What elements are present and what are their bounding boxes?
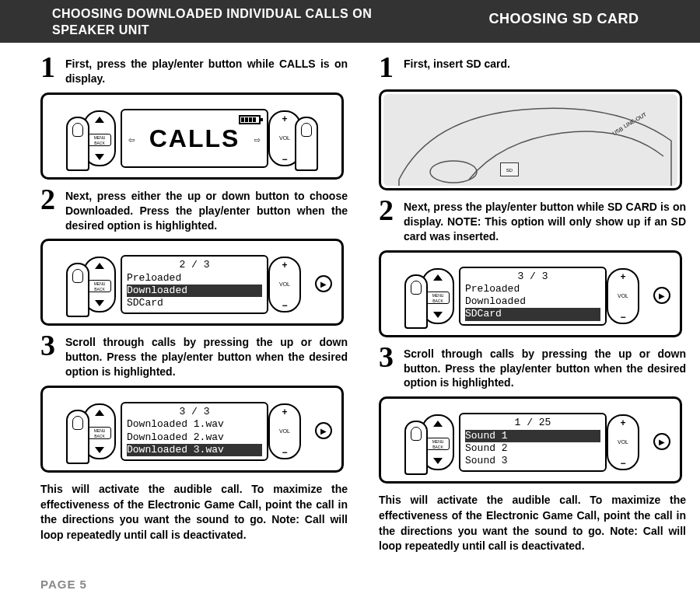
step-number: 1 — [379, 52, 394, 82]
right-knob: + VOL − — [607, 414, 639, 470]
battery-icon — [239, 115, 261, 124]
minus-icon: − — [270, 447, 299, 458]
lcd-screen: 1 / 25 Sound 1 Sound 2 Sound 3 — [459, 413, 607, 472]
menu-row-highlighted: Downloaded — [127, 285, 262, 297]
figure-menu-downloaded: MENU BACK + VOL − ▶ 2 / 3 Preloaded Down… — [40, 239, 344, 326]
step-number: 3 — [40, 330, 55, 360]
header-bar: CHOOSING DOWNLOADED INDIVIDUAL CALLS ON … — [0, 0, 700, 43]
thumb-right — [295, 117, 318, 171]
thumb-left — [66, 410, 89, 464]
menu-row: SDCard — [127, 297, 262, 309]
up-icon — [95, 117, 104, 123]
menu-row: Downloaded 1.wav — [127, 418, 262, 431]
thumb-left — [66, 263, 89, 317]
figure-calls: MENU BACK + VOL − ⇦ ⇨ CALLS — [40, 93, 344, 180]
arrow-right-icon: ⇨ — [254, 134, 261, 148]
right-step-3: 3 Scroll through calls by pressing the u… — [379, 347, 686, 554]
column-right: 1 First, insert SD card. USB LINE-OUT SD — [379, 57, 686, 560]
figure-menu-sdcard: MENU BACK + VOL − ▶ 3 / 3 Preloaded Down… — [379, 250, 682, 337]
counter: 1 / 25 — [465, 417, 600, 429]
up-icon — [95, 263, 104, 269]
column-left: 1 First, press the play/enter button whi… — [40, 57, 348, 560]
menu-back-button: MENU BACK — [88, 427, 111, 439]
vol-label: VOL — [608, 293, 638, 299]
menu-row: Preloaded — [127, 272, 262, 285]
lcd-screen: 2 / 3 Preloaded Downloaded SDCard — [121, 255, 268, 314]
plus-icon: + — [270, 407, 299, 417]
menu-row-highlighted: Sound 1 — [465, 430, 600, 442]
down-icon — [95, 447, 104, 453]
menu-row: Preloaded — [465, 283, 600, 295]
minus-icon: − — [608, 312, 638, 323]
left-step-1: 1 First, press the play/enter button whi… — [40, 57, 348, 180]
thumb-left — [404, 421, 428, 475]
vol-label: VOL — [270, 281, 299, 287]
down-icon — [95, 300, 104, 306]
down-icon — [433, 312, 443, 318]
thumb-left — [66, 117, 89, 171]
menu-back-button: MENU BACK — [426, 292, 450, 304]
counter: 2 / 3 — [127, 259, 262, 271]
device-outline-icon — [383, 94, 677, 186]
menu-row: Downloaded 2.wav — [127, 431, 262, 444]
menu-back-button: MENU BACK — [88, 280, 111, 292]
figure-sd-insert: USB LINE-OUT SD — [379, 89, 682, 190]
device-body: USB LINE-OUT SD — [383, 94, 677, 186]
step-number: 2 — [40, 184, 55, 214]
step-number: 3 — [379, 342, 394, 372]
up-icon — [433, 421, 443, 427]
figure-files: MENU BACK + VOL − ▶ 3 / 3 Downloaded 1.w… — [40, 386, 344, 473]
right-step-1: 1 First, insert SD card. USB LINE-OUT SD — [379, 57, 686, 190]
figure-sounds: MENU BACK + VOL − ▶ 1 / 25 Sound 1 Sound… — [379, 396, 682, 484]
right-step-2: 2 Next, press the play/enter button whil… — [379, 200, 686, 337]
lcd-screen: 3 / 3 Downloaded 1.wav Downloaded 2.wav … — [121, 402, 268, 461]
arrow-left-icon: ⇦ — [128, 134, 135, 148]
menu-back-button: MENU BACK — [88, 134, 111, 146]
play-icon: ▶ — [653, 433, 670, 450]
lcd-screen: ⇦ ⇨ CALLS — [121, 109, 268, 168]
menu-row-highlighted: Downloaded 3.wav — [127, 444, 262, 456]
vol-label: VOL — [608, 439, 638, 445]
down-icon — [95, 154, 104, 160]
step-text: First, insert SD card. — [404, 58, 510, 70]
play-icon: ▶ — [315, 275, 332, 292]
menu-row: Sound 3 — [465, 455, 600, 467]
right-knob: + VOL − — [268, 403, 301, 459]
menu-row-highlighted: SDCard — [465, 308, 600, 320]
counter: 3 / 3 — [465, 271, 600, 283]
thumb-left — [404, 274, 428, 329]
up-icon — [433, 274, 443, 281]
plus-icon: + — [608, 271, 638, 282]
menu-back-button: MENU BACK — [426, 438, 450, 450]
step-number: 2 — [379, 195, 394, 225]
header-title-right: CHOOSING SD CARD — [428, 0, 700, 43]
up-icon — [95, 410, 104, 416]
menu-row: Sound 2 — [465, 442, 600, 455]
content: 1 First, press the play/enter button whi… — [0, 43, 700, 560]
menu-row: Downloaded — [465, 295, 600, 308]
header-spacer — [0, 0, 52, 43]
header-title-left: CHOOSING DOWNLOADED INDIVIDUAL CALLS ON … — [52, 0, 428, 43]
play-icon: ▶ — [653, 287, 670, 304]
lcd-screen: 3 / 3 Preloaded Downloaded SDCard — [459, 267, 607, 326]
counter: 3 / 3 — [127, 406, 262, 418]
right-knob: + VOL − — [268, 257, 301, 312]
down-icon — [433, 458, 443, 464]
page-footer: PAGE 5 — [40, 578, 87, 591]
right-knob: + VOL − — [607, 268, 639, 324]
minus-icon: − — [608, 458, 638, 469]
step-text: First, press the play/enter button while… — [65, 58, 348, 85]
left-step-2: 2 Next, press either the up or down butt… — [40, 189, 348, 326]
step-text: Scroll through calls by pressing the up … — [65, 336, 348, 378]
play-icon: ▶ — [315, 422, 332, 439]
closing-text: This will activate the audible call. To … — [40, 482, 348, 543]
svg-point-0 — [430, 161, 477, 183]
step-number: 1 — [40, 52, 55, 82]
left-step-3: 3 Scroll through calls by pressing the u… — [40, 335, 348, 543]
minus-icon: − — [270, 300, 299, 311]
step-text: Next, press either the up or down button… — [65, 190, 348, 232]
closing-text: This will activate the audible call. To … — [379, 493, 686, 553]
vol-label: VOL — [270, 428, 299, 434]
step-text: Scroll through calls by pressing the up … — [404, 347, 686, 389]
plus-icon: + — [608, 417, 638, 428]
